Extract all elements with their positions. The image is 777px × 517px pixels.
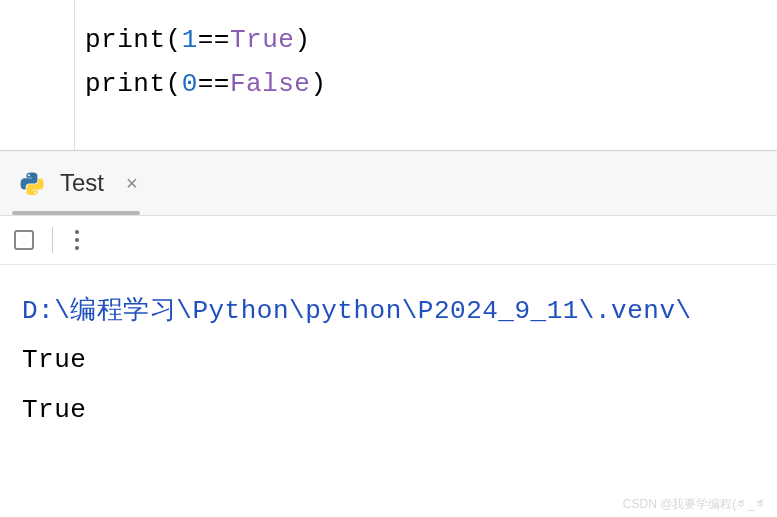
close-icon[interactable]: ×: [126, 172, 138, 195]
tab-underline: [12, 211, 140, 215]
gutter: [0, 0, 75, 150]
operator: ==: [198, 25, 230, 55]
divider: [52, 227, 53, 253]
function-call: print: [85, 25, 166, 55]
console-output[interactable]: D:\编程学习\Python\python\P2024_9_11\.venv\ …: [0, 265, 777, 435]
code-line: print(1==True): [85, 18, 327, 62]
operator: ==: [198, 69, 230, 99]
python-icon: [20, 171, 44, 195]
paren-open: (: [166, 25, 182, 55]
boolean-literal: True: [230, 25, 294, 55]
stop-button[interactable]: [14, 230, 34, 250]
more-icon[interactable]: [71, 226, 83, 254]
number-literal: 0: [182, 69, 198, 99]
run-tab-label[interactable]: Test: [60, 169, 104, 197]
code-content[interactable]: print(1==True) print(0==False): [75, 0, 337, 150]
run-tab-bar: Test ×: [0, 150, 777, 215]
paren-close: ): [294, 25, 310, 55]
output-line: True: [22, 336, 755, 385]
function-call: print: [85, 69, 166, 99]
console-toolbar: [0, 215, 777, 265]
interpreter-path: D:\编程学习\Python\python\P2024_9_11\.venv\: [22, 287, 755, 336]
output-line: True: [22, 386, 755, 435]
number-literal: 1: [182, 25, 198, 55]
code-editor[interactable]: print(1==True) print(0==False): [0, 0, 777, 150]
paren-open: (: [166, 69, 182, 99]
boolean-literal: False: [230, 69, 311, 99]
paren-close: ): [310, 69, 326, 99]
code-line: print(0==False): [85, 62, 327, 106]
watermark: CSDN @我要学编程(ಥ_ಥ: [623, 496, 767, 513]
